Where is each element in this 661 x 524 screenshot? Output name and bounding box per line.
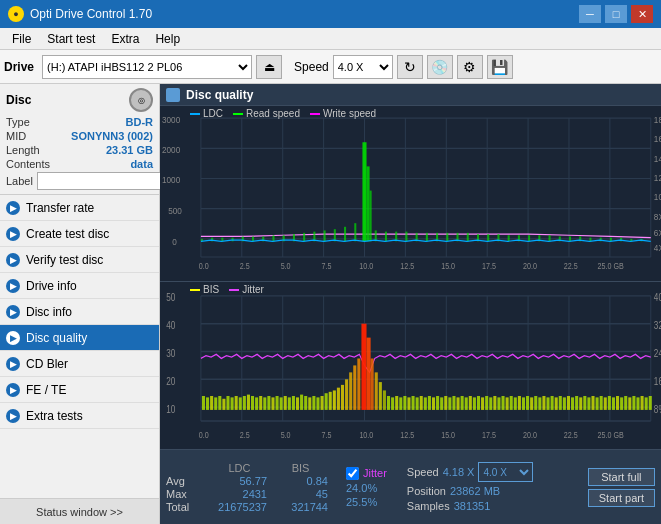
jitter-checkbox[interactable]	[346, 467, 359, 480]
length-value: 23.31 GB	[106, 144, 153, 156]
jitter-label: Jitter	[363, 467, 387, 479]
start-part-button[interactable]: Start part	[588, 489, 655, 507]
eject-button[interactable]: ⏏	[256, 55, 282, 79]
close-button[interactable]: ✕	[631, 5, 653, 23]
svg-text:17.5: 17.5	[482, 429, 496, 440]
svg-rect-174	[387, 396, 390, 410]
disc-label-input[interactable]	[37, 172, 170, 190]
sidebar-item-disc-quality[interactable]: ▶ Disc quality	[0, 325, 159, 351]
jitter-avg: 24.0%	[346, 482, 387, 494]
svg-rect-160	[329, 392, 332, 410]
svg-rect-202	[501, 396, 504, 410]
svg-rect-197	[481, 398, 484, 411]
svg-text:40: 40	[166, 319, 176, 332]
svg-text:50: 50	[166, 291, 176, 304]
svg-rect-191	[457, 398, 460, 411]
svg-rect-221	[579, 398, 582, 411]
main-content: Disc ◎ Type BD-R MID SONYNN3 (002) Lengt…	[0, 84, 661, 524]
speed-stat-select[interactable]: 4.0 X	[478, 462, 533, 482]
svg-rect-215	[555, 398, 558, 411]
speed-stat-label: Speed	[407, 466, 439, 478]
svg-rect-157	[316, 398, 319, 411]
mid-label: MID	[6, 130, 26, 142]
svg-rect-155	[308, 398, 311, 411]
svg-rect-153	[300, 395, 303, 410]
menu-start-test[interactable]: Start test	[39, 30, 103, 48]
chart-title: Disc quality	[186, 88, 253, 102]
svg-rect-75	[508, 235, 510, 241]
transfer-rate-label: Transfer rate	[26, 201, 94, 215]
sidebar: Disc ◎ Type BD-R MID SONYNN3 (002) Lengt…	[0, 84, 160, 524]
svg-rect-209	[530, 398, 533, 411]
disc-button[interactable]: 💿	[427, 55, 453, 79]
svg-rect-237	[645, 398, 648, 411]
jitter-legend-label: Jitter	[242, 284, 264, 295]
sidebar-item-transfer-rate[interactable]: ▶ Transfer rate	[0, 195, 159, 221]
svg-rect-89	[160, 282, 661, 449]
write-speed-legend: Write speed	[310, 108, 376, 119]
svg-rect-137	[235, 396, 238, 410]
menu-extra[interactable]: Extra	[103, 30, 147, 48]
svg-rect-69	[446, 233, 448, 241]
disc-quality-label: Disc quality	[26, 331, 87, 345]
action-buttons: Start full Start part	[588, 468, 655, 507]
svg-rect-53	[303, 233, 305, 241]
disc-info-icon: ▶	[6, 305, 20, 319]
svg-rect-228	[608, 396, 611, 410]
svg-rect-171	[375, 373, 378, 411]
minimize-button[interactable]: ─	[579, 5, 601, 23]
svg-rect-220	[575, 396, 578, 410]
start-full-button[interactable]: Start full	[588, 468, 655, 486]
speed-select[interactable]: 4.0 X	[333, 55, 393, 79]
svg-rect-198	[485, 396, 488, 410]
svg-rect-168	[361, 324, 366, 410]
svg-text:40%: 40%	[654, 291, 661, 304]
create-test-disc-label: Create test disc	[26, 227, 109, 241]
drive-select[interactable]: (H:) ATAPI iHBS112 2 PL06	[42, 55, 252, 79]
svg-rect-199	[489, 398, 492, 411]
svg-text:12.5: 12.5	[400, 262, 415, 272]
avg-label: Avg	[166, 475, 206, 487]
extra-tests-icon: ▶	[6, 409, 20, 423]
svg-rect-196	[477, 396, 480, 410]
menu-file[interactable]: File	[4, 30, 39, 48]
svg-rect-219	[571, 398, 574, 411]
sidebar-item-extra-tests[interactable]: ▶ Extra tests	[0, 403, 159, 429]
svg-text:2.5: 2.5	[240, 429, 250, 440]
svg-rect-230	[616, 396, 619, 410]
maximize-button[interactable]: □	[605, 5, 627, 23]
max-label: Max	[166, 488, 206, 500]
sidebar-item-create-test-disc[interactable]: ▶ Create test disc	[0, 221, 159, 247]
sidebar-item-cd-bler[interactable]: ▶ CD Bler	[0, 351, 159, 377]
sidebar-item-fe-te[interactable]: ▶ FE / TE	[0, 377, 159, 403]
lower-chart: BIS Jitter	[160, 282, 661, 450]
svg-text:2000: 2000	[162, 144, 180, 155]
svg-rect-166	[353, 366, 356, 410]
disc-info-label: Disc info	[26, 305, 72, 319]
svg-text:2.5: 2.5	[240, 262, 251, 272]
avg-bis: 0.84	[273, 475, 328, 487]
settings-button[interactable]: ⚙	[457, 55, 483, 79]
menu-help[interactable]: Help	[147, 30, 188, 48]
svg-rect-77	[528, 235, 530, 241]
refresh-button[interactable]: ↻	[397, 55, 423, 79]
sidebar-item-drive-info[interactable]: ▶ Drive info	[0, 273, 159, 299]
svg-text:12.5: 12.5	[400, 429, 414, 440]
sidebar-item-disc-info[interactable]: ▶ Disc info	[0, 299, 159, 325]
svg-rect-0	[160, 106, 661, 281]
chart-header-icon	[166, 88, 180, 102]
samples-value: 381351	[454, 500, 491, 512]
svg-rect-180	[412, 396, 415, 410]
svg-text:7.5: 7.5	[322, 429, 332, 440]
status-window-button[interactable]: Status window >>	[0, 498, 159, 524]
svg-rect-163	[341, 385, 344, 410]
save-button[interactable]: 💾	[487, 55, 513, 79]
svg-rect-156	[312, 396, 315, 410]
svg-text:5.0: 5.0	[281, 429, 291, 440]
svg-rect-195	[473, 398, 476, 411]
svg-rect-194	[469, 396, 472, 410]
svg-rect-235	[636, 398, 639, 411]
svg-rect-178	[403, 396, 406, 410]
sidebar-item-verify-test-disc[interactable]: ▶ Verify test disc	[0, 247, 159, 273]
svg-rect-60	[367, 166, 370, 241]
